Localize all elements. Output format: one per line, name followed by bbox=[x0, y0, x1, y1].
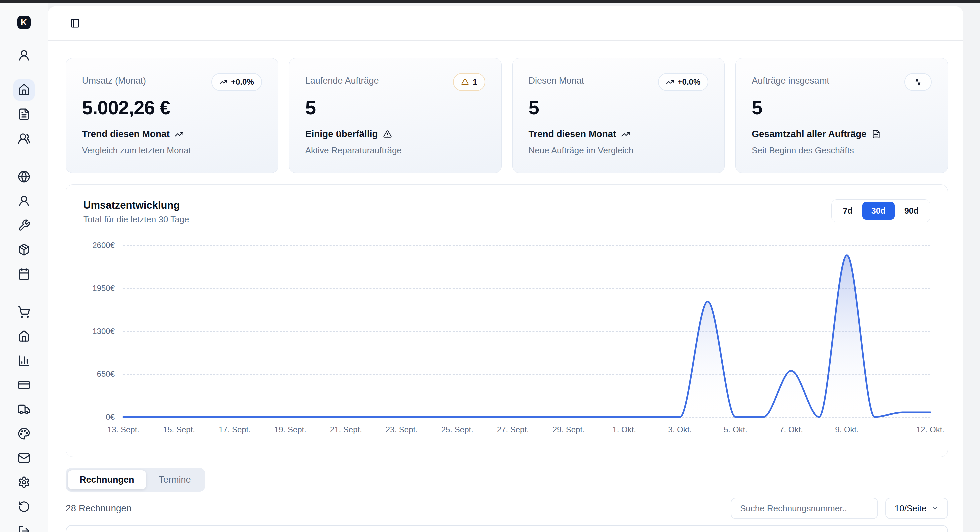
tabs-group: Rechnungen Termine bbox=[66, 468, 205, 492]
x-tick-label: 25. Sept. bbox=[441, 425, 473, 434]
trending-up-icon bbox=[220, 78, 228, 86]
sidebar-item-home-alt[interactable] bbox=[13, 326, 35, 347]
sidebar-item-sync[interactable] bbox=[13, 496, 35, 517]
chart-title: Umsatzentwicklung bbox=[83, 199, 189, 211]
stat-card-top: Diesen Monat +0.0% bbox=[529, 73, 709, 91]
house-icon bbox=[18, 84, 30, 96]
y-tick-label: 2600€ bbox=[92, 241, 115, 250]
y-tick-label: 1950€ bbox=[92, 284, 115, 293]
sidebar-item-mail[interactable] bbox=[13, 448, 35, 469]
x-tick-label: 23. Sept. bbox=[386, 425, 418, 434]
stat-card-label: Diesen Monat bbox=[529, 73, 584, 86]
stat-card-trend-label: Gesamtzahl aller Aufträge bbox=[752, 129, 866, 139]
revenue-area-chart bbox=[123, 245, 930, 417]
stat-card-top: Umsatz (Monat) +0.0% bbox=[82, 73, 262, 91]
alert-triangle-icon bbox=[461, 78, 469, 86]
settings-icon bbox=[18, 476, 30, 489]
truck-icon bbox=[18, 403, 30, 416]
chevron-down-icon bbox=[931, 505, 939, 512]
trend-badge: +0.0% bbox=[212, 73, 262, 91]
sidebar-item-logout[interactable] bbox=[13, 520, 35, 532]
stat-card-value: 5 bbox=[305, 96, 485, 119]
sidebar-item-settings[interactable] bbox=[13, 471, 35, 493]
stat-card-value: 5 bbox=[752, 96, 932, 119]
sidebar-item-inventory[interactable] bbox=[13, 239, 35, 260]
stat-card-trend: Trend diesen Monat bbox=[82, 129, 262, 139]
sidebar-item-shop[interactable] bbox=[13, 301, 35, 323]
page-header bbox=[48, 6, 963, 41]
invoice-count: 28 Rechnungen bbox=[66, 503, 132, 514]
alert-triangle-icon bbox=[383, 130, 392, 139]
sidebar-item-calendar[interactable] bbox=[13, 263, 35, 285]
trend-badge-text: +0.0% bbox=[231, 77, 254, 87]
sidebar-item-payments[interactable] bbox=[13, 374, 35, 396]
sidebar-item-shipping[interactable] bbox=[13, 399, 35, 420]
x-tick-label: 12. Okt. bbox=[916, 425, 944, 434]
warning-badge: 1 bbox=[453, 73, 485, 91]
chart-column-icon bbox=[18, 354, 30, 367]
globe-icon bbox=[18, 170, 30, 183]
sidebar-item-profile[interactable] bbox=[13, 45, 35, 66]
dashboard-content: Umsatz (Monat) +0.0% 5.002,26 € Trend di… bbox=[48, 41, 963, 532]
chart-subtitle: Total für die letzten 30 Tage bbox=[83, 214, 189, 225]
page-size-value: 10/Seite bbox=[895, 503, 926, 514]
window-top-strip bbox=[0, 0, 980, 3]
x-tick-label: 15. Sept. bbox=[163, 425, 195, 434]
tab-termine[interactable]: Termine bbox=[147, 470, 203, 489]
stat-card-top: Laufende Aufträge 1 bbox=[305, 73, 485, 91]
file-text-icon bbox=[18, 108, 30, 121]
stat-card-trend-label: Einige überfällig bbox=[305, 129, 378, 139]
trend-badge: +0.0% bbox=[658, 73, 709, 91]
rotate-ccw-icon bbox=[18, 500, 30, 513]
revenue-chart-plot[interactable]: 0€650€1300€1950€2600€13. Sept.15. Sept.1… bbox=[123, 245, 930, 417]
shopping-cart-icon bbox=[18, 306, 30, 319]
chart-range-group: 7d 30d 90d bbox=[831, 199, 930, 222]
range-button-30d[interactable]: 30d bbox=[862, 202, 895, 220]
stat-card-label: Umsatz (Monat) bbox=[82, 73, 146, 86]
sidebar-divider bbox=[0, 73, 32, 73]
package-icon bbox=[18, 243, 30, 256]
trending-up-icon bbox=[175, 130, 184, 139]
invoice-table-card bbox=[66, 525, 948, 532]
sidebar-item-dashboard[interactable] bbox=[13, 79, 35, 101]
main-panel: Umsatz (Monat) +0.0% 5.002,26 € Trend di… bbox=[48, 6, 963, 532]
range-button-7d[interactable]: 7d bbox=[834, 202, 862, 220]
user-round-icon bbox=[18, 195, 30, 207]
page-size-select[interactable]: 10/Seite bbox=[885, 498, 948, 519]
y-tick-label: 1300€ bbox=[92, 327, 115, 336]
panel-left-icon bbox=[70, 18, 80, 28]
stat-card-description: Vergleich zum letzten Monat bbox=[82, 145, 262, 156]
chart-header: Umsatzentwicklung Total für die letzten … bbox=[83, 199, 930, 225]
x-tick-label: 19. Sept. bbox=[274, 425, 306, 434]
sidebar-item-appearance[interactable] bbox=[13, 423, 35, 444]
stat-card-description: Neue Aufträge im Vergleich bbox=[529, 145, 709, 156]
stat-card-trend: Gesamtzahl aller Aufträge bbox=[752, 129, 932, 139]
users-round-icon bbox=[18, 132, 30, 145]
sidebar-item-customers[interactable] bbox=[13, 128, 35, 149]
app-logo[interactable]: K bbox=[18, 16, 31, 29]
x-tick-label: 9. Okt. bbox=[835, 425, 859, 434]
tab-rechnungen[interactable]: Rechnungen bbox=[68, 470, 146, 489]
x-tick-label: 13. Sept. bbox=[107, 425, 139, 434]
invoice-list-header: 28 Rechnungen 10/Seite bbox=[66, 498, 948, 519]
stat-card-trend-label: Trend diesen Monat bbox=[529, 129, 616, 139]
invoice-search-input[interactable] bbox=[731, 498, 878, 519]
stat-card-value: 5.002,26 € bbox=[82, 96, 262, 119]
sidebar-item-reports[interactable] bbox=[13, 350, 35, 371]
calendar-icon bbox=[18, 268, 30, 280]
range-button-90d[interactable]: 90d bbox=[895, 202, 928, 220]
y-tick-label: 0€ bbox=[106, 413, 115, 422]
mail-icon bbox=[18, 452, 30, 464]
sidebar-item-documents[interactable] bbox=[13, 104, 35, 125]
x-tick-label: 1. Okt. bbox=[612, 425, 636, 434]
sidebar-toggle-button[interactable] bbox=[70, 18, 80, 28]
sidebar-item-account[interactable] bbox=[13, 190, 35, 212]
x-tick-label: 3. Okt. bbox=[668, 425, 692, 434]
wrench-icon bbox=[18, 219, 30, 232]
sidebar-item-website[interactable] bbox=[13, 166, 35, 187]
file-text-icon bbox=[872, 130, 881, 139]
stat-card-label: Aufträge insgesamt bbox=[752, 73, 829, 86]
user-round-icon bbox=[18, 49, 30, 62]
stat-card-trend: Trend diesen Monat bbox=[529, 129, 709, 139]
sidebar-item-repairs[interactable] bbox=[13, 215, 35, 236]
